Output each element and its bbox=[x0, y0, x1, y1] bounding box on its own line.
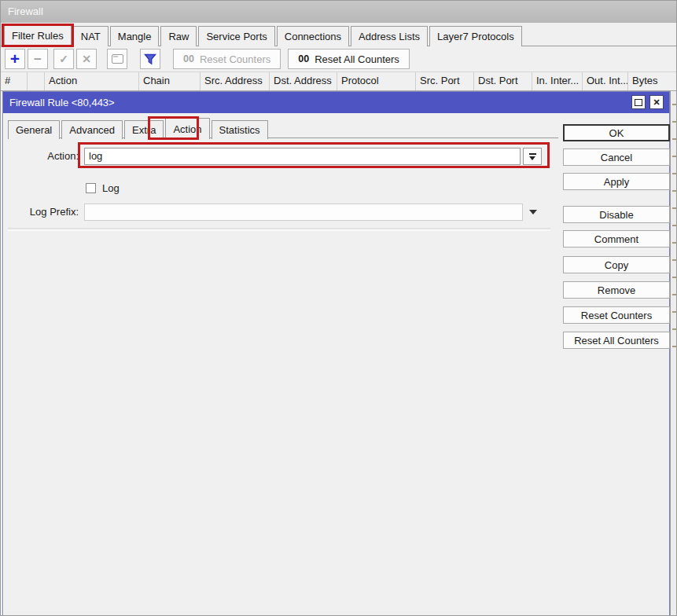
maximize-icon bbox=[635, 99, 642, 106]
reset-all-counters-label: Reset All Counters bbox=[315, 53, 399, 65]
column-src-address[interactable]: Src. Address bbox=[201, 72, 270, 90]
comment-icon bbox=[112, 54, 123, 64]
column-number[interactable]: # bbox=[1, 72, 28, 90]
remove-icon: − bbox=[34, 53, 42, 66]
action-field-label: Action: bbox=[11, 148, 79, 165]
close-icon: ✕ bbox=[653, 97, 660, 108]
column-chain[interactable]: Chain bbox=[139, 72, 201, 90]
action-dropdown-button[interactable] bbox=[523, 148, 542, 165]
log-prefix-label: Log Prefix: bbox=[11, 204, 79, 221]
column-in-interface[interactable]: In. Inter... bbox=[532, 72, 583, 90]
tab-service-ports[interactable]: Service Ports bbox=[198, 26, 274, 46]
toolbar: + − ✓ ✕ 00 Reset Counters 00 Reset All bbox=[1, 46, 676, 72]
main-window-title: Firewall bbox=[8, 6, 43, 17]
disable-button[interactable]: ✕ bbox=[76, 49, 97, 69]
cancel-button[interactable]: Cancel bbox=[563, 148, 670, 166]
column-bytes[interactable]: Bytes bbox=[628, 72, 676, 90]
dialog-tab-bar: General Advanced Extra Action Statistics bbox=[8, 118, 268, 138]
reset-all-counters-toolbar-button[interactable]: 00 Reset All Counters bbox=[288, 49, 410, 69]
apply-button[interactable]: Apply bbox=[563, 173, 670, 190]
log-prefix-combobox[interactable] bbox=[84, 204, 523, 221]
tab-address-lists[interactable]: Address Lists bbox=[351, 26, 428, 46]
firewall-window: Firewall Filter Rules NAT Mangle Raw Ser… bbox=[0, 0, 677, 616]
log-checkbox-label: Log bbox=[102, 180, 149, 197]
main-tab-bar: Filter Rules NAT Mangle Raw Service Port… bbox=[4, 24, 522, 46]
log-prefix-dropdown-arrow[interactable] bbox=[529, 210, 537, 214]
add-icon: + bbox=[10, 50, 20, 67]
column-dst-address[interactable]: Dst. Address bbox=[270, 72, 337, 90]
reset-counters-button[interactable]: Reset Counters bbox=[563, 306, 670, 324]
comment-button[interactable] bbox=[107, 49, 127, 69]
maximize-button[interactable] bbox=[631, 95, 646, 109]
column-protocol[interactable]: Protocol bbox=[337, 72, 416, 90]
tab-connections[interactable]: Connections bbox=[277, 26, 349, 46]
rules-table-header: # Action Chain Src. Address Dst. Address… bbox=[1, 72, 676, 91]
add-button[interactable]: + bbox=[5, 49, 25, 69]
chevron-down-icon bbox=[529, 156, 535, 160]
copy-button[interactable]: Copy bbox=[563, 256, 670, 273]
remove-button[interactable]: − bbox=[28, 49, 48, 69]
disable-rule-button[interactable]: Disable bbox=[563, 206, 670, 223]
column-icon[interactable] bbox=[28, 72, 45, 90]
reset-counters-label: Reset Counters bbox=[200, 53, 270, 65]
tab-general[interactable]: General bbox=[8, 120, 60, 139]
main-window-titlebar[interactable]: Firewall bbox=[1, 1, 676, 23]
enable-icon: ✓ bbox=[59, 53, 68, 64]
tab-extra[interactable]: Extra bbox=[124, 120, 164, 139]
dialog-title: Firewall Rule <80,443> bbox=[9, 97, 115, 108]
tab-mangle[interactable]: Mangle bbox=[110, 26, 160, 46]
column-out-interface[interactable]: Out. Int... bbox=[583, 72, 628, 90]
tab-layer7-protocols[interactable]: Layer7 Protocols bbox=[429, 26, 522, 46]
disable-icon: ✕ bbox=[82, 53, 91, 64]
tab-raw[interactable]: Raw bbox=[160, 26, 197, 46]
filter-button[interactable] bbox=[140, 49, 160, 69]
dropdown-load-icon bbox=[529, 153, 536, 155]
tab-advanced[interactable]: Advanced bbox=[61, 120, 123, 139]
action-combobox[interactable]: log bbox=[84, 148, 521, 165]
column-dst-port[interactable]: Dst. Port bbox=[474, 72, 532, 90]
remove-button-dialog[interactable]: Remove bbox=[563, 281, 670, 299]
background-rules-list-edge bbox=[670, 91, 677, 616]
counters-icon: 00 bbox=[183, 53, 194, 64]
column-action[interactable]: Action bbox=[45, 72, 139, 90]
reset-counters-toolbar-button[interactable]: 00 Reset Counters bbox=[173, 49, 281, 69]
tab-statistics[interactable]: Statistics bbox=[212, 120, 268, 139]
counters-icon: 00 bbox=[298, 53, 309, 64]
enable-button[interactable]: ✓ bbox=[53, 49, 74, 69]
comment-rule-button[interactable]: Comment bbox=[563, 230, 670, 248]
reset-all-counters-button[interactable]: Reset All Counters bbox=[563, 332, 670, 349]
dialog-titlebar[interactable]: Firewall Rule <80,443> bbox=[3, 92, 669, 113]
filter-icon bbox=[144, 53, 156, 65]
tab-filter-rules[interactable]: Filter Rules bbox=[4, 24, 72, 47]
ok-button[interactable]: OK bbox=[563, 124, 670, 141]
log-checkbox[interactable] bbox=[86, 183, 96, 193]
section-divider bbox=[8, 228, 550, 231]
tab-nat[interactable]: NAT bbox=[73, 26, 109, 46]
tab-action[interactable]: Action bbox=[165, 118, 209, 139]
column-src-port[interactable]: Src. Port bbox=[416, 72, 474, 90]
firewall-rule-dialog: Firewall Rule <80,443> ✕ General Advance… bbox=[2, 91, 670, 616]
close-button[interactable]: ✕ bbox=[649, 95, 664, 109]
